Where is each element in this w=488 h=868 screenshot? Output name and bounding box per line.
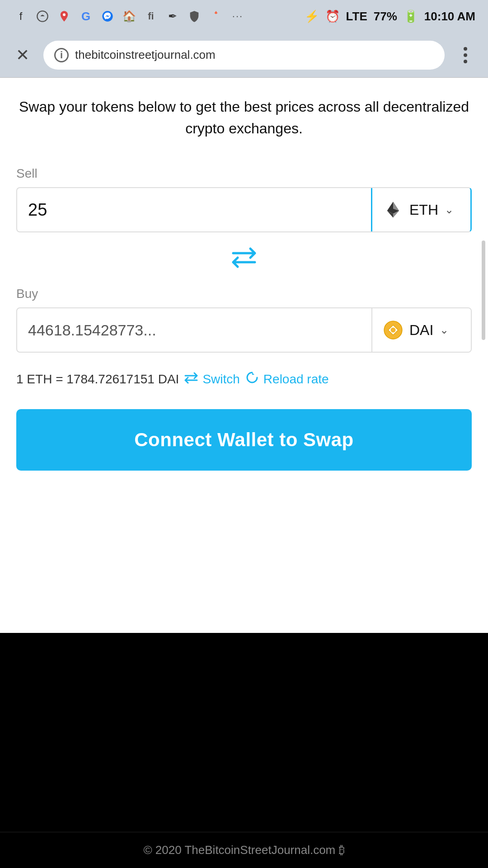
status-bar-right: ⚡ ⏰ LTE 77% 🔋 10:10 AM [305,9,475,24]
svg-point-1 [63,14,66,16]
alarm-icon: ⏰ [325,9,340,24]
hike-icon [34,8,51,24]
buy-label: Buy [16,287,472,301]
buy-token-selector[interactable]: DAI ⌄ [371,308,471,352]
pen-icon: ✒ [164,8,181,24]
dai-icon [383,320,403,340]
sell-token-name: ETH [409,202,438,218]
info-icon: i [54,48,69,62]
main-content: Swap your tokens below to get the best p… [0,78,488,633]
connect-wallet-button[interactable]: Connect Wallet to Swap [16,409,472,471]
menu-dot-1 [464,47,467,51]
switch-label: Switch [202,372,239,387]
sell-section: Sell ETH ⌄ [16,166,472,232]
messenger-icon [99,8,116,24]
menu-dot-3 [464,60,467,63]
url-text: thebitcoinstreetjournal.com [75,48,216,62]
status-bar-icons: f G 🏠 fi ✒ ··· [13,8,246,24]
buy-input-row: DAI ⌄ [16,307,472,353]
swap-arrows-svg [230,246,258,269]
sell-token-selector[interactable]: ETH ⌄ [371,188,470,231]
brave-icon [208,8,224,24]
swap-direction-icon[interactable] [230,246,258,273]
rate-row: 1 ETH = 1784.72617151 DAI Switch Reload … [16,371,472,387]
svg-point-10 [391,328,396,333]
shield-icon [186,8,202,24]
exchange-rate-text: 1 ETH = 1784.72617151 DAI [16,372,179,387]
switch-button[interactable]: Switch [184,372,239,387]
battery-icon: 🔋 [404,9,418,24]
switch-icon-row [16,246,472,273]
reload-rate-button[interactable]: Reload rate [245,371,329,387]
url-bar[interactable]: i thebitcoinstreetjournal.com [43,41,445,70]
bluetooth-icon: ⚡ [305,9,319,24]
menu-dot-2 [464,53,467,57]
buy-section: Buy DAI ⌄ [16,287,472,353]
buy-chevron-icon: ⌄ [440,324,449,336]
more-icon: ··· [230,8,246,24]
sell-label: Sell [16,166,472,181]
signal-indicator: LTE [346,9,367,24]
browser-menu-button[interactable] [454,43,477,67]
maps-icon [56,8,72,24]
facebook-icon: f [13,8,29,24]
eth-icon [383,200,403,220]
battery-percent: 77% [374,9,397,24]
google-icon: G [78,8,94,24]
reload-label: Reload rate [263,372,329,387]
status-bar: f G 🏠 fi ✒ ··· ⚡ ⏰ LTE 77% 🔋 10:10 AM [0,0,488,33]
intro-text: Swap your tokens below to get the best p… [16,96,472,139]
sell-chevron-icon: ⌄ [445,203,454,216]
time-display: 10:10 AM [424,9,475,24]
reload-icon [245,371,259,387]
buy-token-name: DAI [409,322,433,339]
browser-bar: ✕ i thebitcoinstreetjournal.com [0,33,488,78]
home-icon: 🏠 [121,8,137,24]
scrollbar[interactable] [482,241,485,340]
footer-text: © 2020 TheBitcoinStreetJournal.com ₿ [143,843,344,857]
sell-amount-input[interactable] [17,188,371,231]
switch-icon [184,372,198,387]
fi-icon: fi [143,8,159,24]
footer: © 2020 TheBitcoinStreetJournal.com ₿ [0,832,488,868]
sell-input-row: ETH ⌄ [16,187,472,232]
buy-amount-input[interactable] [17,308,371,352]
black-area [0,633,488,832]
browser-close-button[interactable]: ✕ [11,43,34,67]
